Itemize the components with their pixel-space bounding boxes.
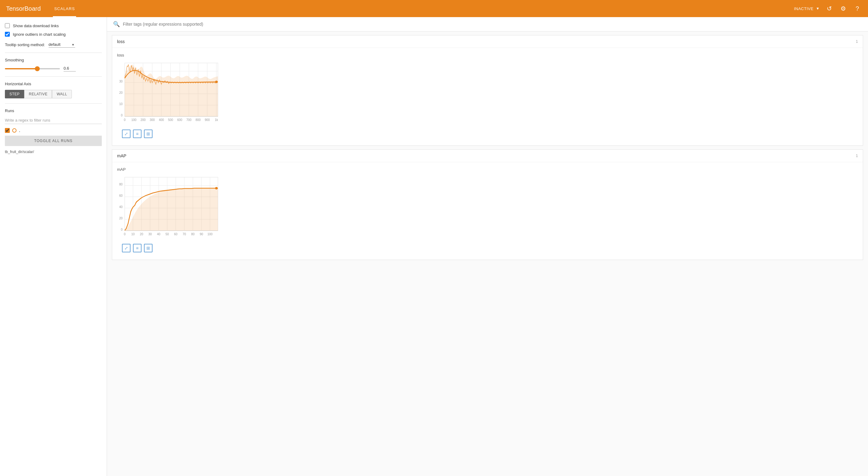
runs-label: Runs <box>5 108 102 113</box>
axis-relative-button[interactable]: RELATIVE <box>24 90 52 98</box>
map-section-title: mAP <box>117 153 126 158</box>
svg-text:100: 100 <box>131 118 136 122</box>
smoothing-section: Smoothing 0.6 <box>5 58 102 71</box>
svg-text:50: 50 <box>165 232 169 236</box>
svg-text:60: 60 <box>174 232 178 236</box>
map-chart-toolbar: ⤢ ≡ ⊞ <box>117 241 858 255</box>
show-download-row[interactable]: Show data download links <box>5 23 102 28</box>
tooltip-select-wrapper[interactable]: default ascending descending nearest <box>49 41 75 47</box>
ignore-outliers-checkbox[interactable] <box>5 32 10 37</box>
smoothing-value: 0.6 <box>64 66 76 71</box>
app-logo: TensorBoard <box>6 5 41 12</box>
axis-label: Horizontal Axis <box>5 82 102 86</box>
svg-text:40: 40 <box>157 232 160 236</box>
svg-text:400: 400 <box>159 118 164 122</box>
svg-point-53 <box>215 187 218 189</box>
svg-text:100: 100 <box>208 232 213 236</box>
axis-buttons: STEP RELATIVE WALL <box>5 90 102 98</box>
tooltip-row: Tooltip sorting method: default ascendin… <box>5 41 102 47</box>
runs-filter-input[interactable] <box>5 117 102 124</box>
loss-chart-title: loss <box>117 53 858 58</box>
header-left: TensorBoard SCALARS <box>6 0 76 17</box>
help-icon[interactable]: ? <box>853 4 862 13</box>
loss-chart-toolbar: ⤢ ≡ ⊞ <box>117 127 858 140</box>
tooltip-select[interactable]: default ascending descending nearest <box>49 41 75 47</box>
svg-text:300: 300 <box>150 118 155 122</box>
filter-tags-input[interactable] <box>123 22 862 27</box>
svg-text:500: 500 <box>168 118 173 122</box>
svg-text:900: 900 <box>205 118 210 122</box>
smoothing-slider[interactable] <box>5 68 60 69</box>
svg-text:90: 90 <box>199 232 203 236</box>
axis-section: Horizontal Axis STEP RELATIVE WALL <box>5 82 102 98</box>
loss-chart-svg: 0 10 20 30 <box>117 60 221 127</box>
axis-wall-button[interactable]: WALL <box>52 90 71 98</box>
main-content: 🔍 loss 1 loss <box>107 17 868 476</box>
ignore-outliers-row[interactable]: Ignore outliers in chart scaling <box>5 32 102 37</box>
svg-text:30: 30 <box>148 232 152 236</box>
map-chart-svg: 0 20 40 60 80 <box>117 174 221 241</box>
sidebar: Show data download links Ignore outliers… <box>0 17 107 476</box>
svg-text:0: 0 <box>121 228 123 231</box>
svg-text:20: 20 <box>119 91 123 94</box>
map-chart-body: mAP 0 20 40 60 80 <box>112 162 863 260</box>
loss-pan-button[interactable]: ⊞ <box>144 130 153 138</box>
ignore-outliers-label: Ignore outliers in chart scaling <box>13 32 66 37</box>
map-section-count: 1 <box>856 154 858 158</box>
svg-text:10: 10 <box>119 102 123 106</box>
svg-text:0: 0 <box>124 118 126 122</box>
header-right: INACTIVE ▼ ↺ ⚙ ? <box>794 4 862 13</box>
svg-text:600: 600 <box>177 118 183 122</box>
loss-section-count: 1 <box>856 39 858 44</box>
svg-point-20 <box>215 81 218 83</box>
filter-search-icon: 🔍 <box>113 21 120 28</box>
show-download-label: Show data download links <box>13 24 59 28</box>
svg-text:200: 200 <box>141 118 146 122</box>
loss-chart-container: 0 10 20 30 <box>117 60 858 127</box>
app-header: TensorBoard SCALARS INACTIVE ▼ ↺ ⚙ ? <box>0 0 868 17</box>
header-nav: SCALARS <box>53 0 76 17</box>
map-section: mAP 1 mAP 0 20 40 60 80 <box>112 149 863 260</box>
axis-step-button[interactable]: STEP <box>5 90 24 98</box>
map-section-header: mAP 1 <box>112 150 863 162</box>
svg-text:0: 0 <box>121 114 123 117</box>
svg-text:20: 20 <box>119 217 123 220</box>
slider-row: 0.6 <box>5 66 102 71</box>
loss-section: loss 1 loss 0 10 <box>112 35 863 146</box>
show-download-checkbox[interactable] <box>5 23 10 28</box>
run-dot-label: . <box>19 128 20 133</box>
map-expand-button[interactable]: ⤢ <box>122 244 130 252</box>
map-chart-container: 0 20 40 60 80 <box>117 174 858 241</box>
map-pan-button[interactable]: ⊞ <box>144 244 153 252</box>
refresh-icon[interactable]: ↺ <box>825 4 834 13</box>
sidebar-options-section: Show data download links Ignore outliers… <box>5 23 102 37</box>
map-data-button[interactable]: ≡ <box>133 244 142 252</box>
toggle-all-runs-button[interactable]: TOGGLE ALL RUNS <box>5 136 102 146</box>
loss-expand-button[interactable]: ⤢ <box>122 130 130 138</box>
divider-1 <box>5 53 102 53</box>
divider-2 <box>5 76 102 77</box>
status-dropdown-icon[interactable]: ▼ <box>816 6 820 11</box>
svg-text:700: 700 <box>186 118 192 122</box>
nav-scalars[interactable]: SCALARS <box>53 0 76 17</box>
map-chart-title: mAP <box>117 167 858 172</box>
loss-section-title: loss <box>117 39 125 44</box>
svg-text:800: 800 <box>196 118 201 122</box>
run-item: . <box>5 128 102 133</box>
run-color-circle <box>12 128 17 133</box>
runs-section: Runs . TOGGLE ALL RUNS tb_fruit_dir/scal… <box>5 108 102 154</box>
loss-data-button[interactable]: ≡ <box>133 130 142 138</box>
svg-text:0: 0 <box>124 232 126 236</box>
run-path: tb_fruit_dir/scalar/ <box>5 150 102 154</box>
svg-text:60: 60 <box>119 194 123 197</box>
svg-text:80: 80 <box>191 232 195 236</box>
settings-icon[interactable]: ⚙ <box>839 4 848 13</box>
svg-text:1k: 1k <box>215 118 219 122</box>
loss-section-header: loss 1 <box>112 35 863 48</box>
svg-text:30: 30 <box>119 80 123 83</box>
svg-text:10: 10 <box>131 232 135 236</box>
svg-text:20: 20 <box>140 232 143 236</box>
filter-bar: 🔍 <box>107 17 868 31</box>
svg-text:70: 70 <box>183 232 186 236</box>
run-checkbox[interactable] <box>5 128 10 133</box>
